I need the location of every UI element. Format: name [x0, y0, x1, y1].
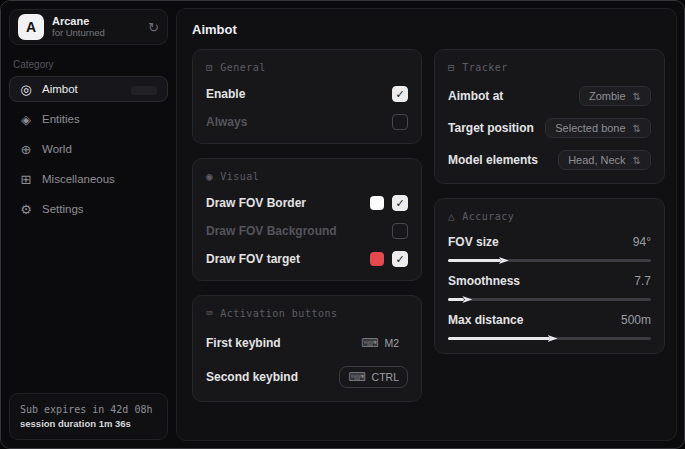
chevron-up-down-icon: ⇅ [633, 91, 641, 102]
globe-icon: ⊕ [19, 142, 33, 157]
keyboard-icon: ⌨ [361, 336, 378, 350]
card-header-accuracy: Accuracy [462, 211, 514, 222]
draw-fov-background-label: Draw FOV Background [206, 224, 337, 238]
model-elements-value: Head, Neck [568, 154, 625, 166]
sidebar-item-label: Miscellaneous [42, 173, 115, 185]
slider-fill [448, 259, 501, 262]
aimbot-at-select[interactable]: Zombie ⇅ [579, 86, 651, 106]
aimbot-at-value: Zombie [589, 90, 626, 102]
sub-expires-text: Sub expires in 42d 08h [20, 402, 157, 417]
target-position-label: Target position [448, 121, 534, 135]
first-keybind-button[interactable]: ⌨ M2 [352, 332, 408, 354]
brand-subtitle: for Unturned [52, 28, 140, 39]
max-distance-value: 500m [621, 313, 651, 327]
card-header-general: General [220, 62, 266, 73]
smoothness-label: Smoothness [448, 274, 520, 288]
tracker-card: ⊟ Tracker Aimbot at Zombie ⇅ Target posi… [434, 49, 665, 184]
sidebar-item-label: World [42, 143, 72, 155]
sidebar-item-settings[interactable]: ⚙ Settings [9, 196, 168, 222]
second-keybind-value: CTRL [372, 371, 399, 383]
app-window: A Arcane for Unturned ↻ Category ◎ Aimbo… [0, 0, 685, 449]
sliders-icon: ⊡ [206, 61, 213, 74]
tracker-icon: ⊟ [448, 61, 455, 74]
model-elements-label: Model elements [448, 153, 538, 167]
aimbot-at-label: Aimbot at [448, 89, 503, 103]
refresh-icon[interactable]: ↻ [148, 20, 159, 35]
max-distance-label: Max distance [448, 313, 523, 327]
sidebar-nav: ◎ Aimbot ◈ Entities ⊕ World ⊞ Miscellane… [1, 76, 176, 222]
activation-buttons-card: ⌨ Activation buttons First keybind ⌨ M2 … [192, 295, 422, 402]
enable-label: Enable [206, 87, 245, 101]
keyboard-icon: ⌨ [348, 370, 365, 384]
slider-fill [448, 298, 464, 301]
chevron-up-down-icon: ⇅ [633, 123, 641, 134]
keybind-hint-placeholder [131, 86, 157, 95]
fov-border-color-swatch[interactable] [370, 196, 384, 210]
draw-fov-target-checkbox[interactable]: ✓ [392, 251, 408, 267]
gear-icon: ⚙ [19, 202, 33, 217]
smoothness-value: 7.7 [634, 274, 651, 288]
triangle-icon: △ [448, 210, 455, 223]
grid-icon: ⊞ [19, 172, 33, 187]
max-distance-slider[interactable] [448, 337, 651, 340]
fov-size-slider[interactable] [448, 259, 651, 262]
first-keybind-value: M2 [384, 337, 399, 349]
first-keybind-label: First keybind [206, 336, 281, 350]
target-position-select[interactable]: Selected bone ⇅ [545, 118, 651, 138]
sidebar-item-miscellaneous[interactable]: ⊞ Miscellaneous [9, 166, 168, 192]
draw-fov-target-label: Draw FOV target [206, 252, 300, 266]
card-header-activation: Activation buttons [220, 308, 337, 319]
target-position-value: Selected bone [555, 122, 625, 134]
draw-fov-background-checkbox[interactable]: ✓ [392, 223, 408, 239]
sidebar-item-label: Settings [42, 203, 84, 215]
fov-size-value: 94° [633, 235, 651, 249]
chevron-up-down-icon: ⇅ [633, 155, 641, 166]
accuracy-card: △ Accuracy FOV size 94° Smoothness 7.7 [434, 198, 665, 354]
draw-fov-border-checkbox[interactable]: ✓ [392, 195, 408, 211]
main-panel: Aimbot ⊡ General Enable ✓ Always ✓ [176, 8, 677, 441]
page-title: Aimbot [192, 22, 665, 37]
always-label: Always [206, 115, 247, 129]
draw-fov-border-label: Draw FOV Border [206, 196, 306, 210]
general-card: ⊡ General Enable ✓ Always ✓ [192, 49, 422, 144]
card-header-tracker: Tracker [462, 62, 508, 73]
sidebar-item-label: Aimbot [42, 83, 78, 95]
keyboard-icon: ⌨ [206, 307, 213, 320]
second-keybind-button[interactable]: ⌨ CTRL [339, 366, 408, 388]
enable-checkbox[interactable]: ✓ [392, 86, 408, 102]
slider-fill [448, 337, 549, 340]
sidebar-item-aimbot[interactable]: ◎ Aimbot [9, 76, 168, 102]
entities-icon: ◈ [19, 112, 33, 127]
brand-card: A Arcane for Unturned ↻ [9, 9, 168, 45]
sidebar-item-label: Entities [42, 113, 80, 125]
eye-icon: ◉ [206, 170, 213, 183]
category-label: Category [13, 59, 176, 70]
subscription-status-card: Sub expires in 42d 08h session duration … [9, 393, 168, 440]
crosshair-icon: ◎ [19, 82, 33, 97]
fov-target-color-swatch[interactable] [370, 252, 384, 266]
card-header-visual: Visual [220, 171, 259, 182]
always-checkbox[interactable]: ✓ [392, 114, 408, 130]
fov-size-label: FOV size [448, 235, 499, 249]
brand-name: Arcane [52, 15, 140, 28]
visual-card: ◉ Visual Draw FOV Border ✓ Draw FOV Back… [192, 158, 422, 281]
app-logo: A [18, 14, 44, 40]
smoothness-slider[interactable] [448, 298, 651, 301]
second-keybind-label: Second keybind [206, 370, 298, 384]
model-elements-select[interactable]: Head, Neck ⇅ [558, 150, 651, 170]
sidebar-item-world[interactable]: ⊕ World [9, 136, 168, 162]
session-duration-text: session duration 1m 36s [20, 417, 157, 431]
sidebar-item-entities[interactable]: ◈ Entities [9, 106, 168, 132]
sidebar: A Arcane for Unturned ↻ Category ◎ Aimbo… [1, 1, 176, 448]
